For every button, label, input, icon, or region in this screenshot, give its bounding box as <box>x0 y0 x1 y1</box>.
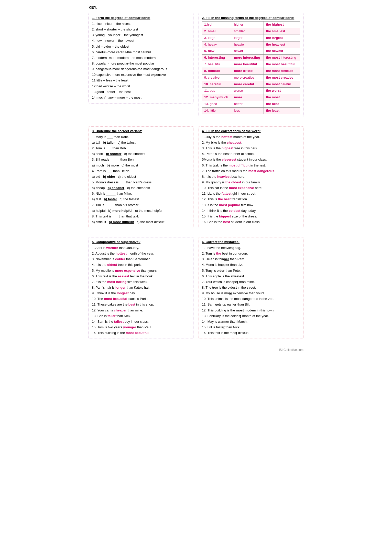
s5-l14: 14. Sam is the tallest boy in our class. <box>92 319 190 324</box>
s4-l16: 16. Bob is the best student in our class… <box>202 219 300 225</box>
s3-l7: 4. Pam is ___ than Helen. <box>92 169 190 174</box>
s6-l4: 4. Mona is happier than Liz. <box>202 262 300 267</box>
s3-l11: 6. Nick is _____ than Mike. <box>92 191 190 196</box>
key-title: KEY: <box>89 5 303 9</box>
section1-line6: 6. careful -more careful-the most carefu… <box>92 50 190 55</box>
s5-l6: 6. This text is the easiest text in the … <box>92 274 190 279</box>
s5-l13: 13. Bob is taller than Nick. <box>92 313 190 319</box>
comparison-table: 1.high higher the highest 2. small small… <box>202 21 300 114</box>
s5-l16: 16. This building is the most beautiful. <box>92 330 190 336</box>
section1-title: 1. Form the degrees of comparisons: <box>92 16 190 20</box>
s3-l3: 2. Tom is ___ than Bob. <box>92 146 190 151</box>
s5-l15: 15. Tom is two years younger than Paul. <box>92 325 190 330</box>
s5-l1: 1. April is warmer than January. <box>92 245 190 250</box>
section1-line1: 1. nice – nicer – the nicest <box>92 21 190 26</box>
section5-title: 5. Comparative or superlative? <box>92 240 190 244</box>
s4-l3: 3. This is the highest tree in this park… <box>202 146 300 151</box>
s5-l7: 7. It is the most boring film this week. <box>92 279 190 285</box>
s6-l1: 1. I have the heaviest bag. <box>202 245 300 250</box>
section1-line5: 5. old – older – the oldest <box>92 44 190 49</box>
section1-line13: 13.good –better – the best <box>92 89 190 95</box>
s4-l7: 7. The traffic on this road is the most … <box>202 169 300 174</box>
s5-l11: 11. These cakes are the best in this sho… <box>92 302 190 307</box>
s4-l5: 5Mona is the cleverest student in our cl… <box>202 157 300 162</box>
s6-l5: 5. Tony is older than Pete. <box>202 268 300 273</box>
s6-l12: 12. This building is the most modern in … <box>202 308 300 313</box>
section4-title: 4. Fill in the correct form of the word: <box>202 129 300 133</box>
s6-l9: 9. My house is more expensive than yours… <box>202 291 300 296</box>
s3-l13: 7. Tim is _____ than his brother. <box>92 203 190 208</box>
s6-l15: 15. Bill is faster than Nick. <box>202 325 300 330</box>
s6-l10: 10. This animal is the most dangerous in… <box>202 296 300 301</box>
s3-l12: a) fast b) faster c) the fastest <box>92 197 190 202</box>
s4-l4: 4. Peter is the best runner at school. <box>202 151 300 156</box>
section1-line7: 7. modern -more modern -the most modern <box>92 55 190 60</box>
s3-l6: a) much b) more c) the most <box>92 163 190 168</box>
s6-l6: 6. This apple is the sweetest. <box>202 274 300 279</box>
s4-l6: 6. This task is the most difficult in th… <box>202 163 300 168</box>
section1-line2: 2. short – shorter – the shortest <box>92 27 190 32</box>
s3-l5: 3. Bill reads _____ than Ben. <box>92 157 190 162</box>
s4-l15: 15. It is the biggest size of the dress. <box>202 214 300 219</box>
s3-l9: 5. Mona's dress is ___ than Pam's dress. <box>92 180 190 185</box>
s5-l3: 3. November is colder than September. <box>92 257 190 262</box>
watermark: iSLCollective.com <box>89 348 303 352</box>
s3-l1: 1. Mary is ___ than Kate. <box>92 134 190 140</box>
s5-l10: 10. The most beautiful place is Paris. <box>92 296 190 301</box>
section3-title: 3. Underline the correct variant: <box>92 129 190 133</box>
s3-l14: a) helpful b) more helpful c) the most h… <box>92 208 190 213</box>
s5-l9: 9. I think it is the longest day. <box>92 291 190 296</box>
s4-l13: 13. It is the most popular film now. <box>202 203 300 208</box>
section1-line8: 8. popular -more popular-the most popula… <box>92 61 190 66</box>
section1-line4: 4. new – newer – the newest <box>92 38 190 43</box>
s4-l1: 1. July is the hottest month of the year… <box>202 134 300 140</box>
section1-line10: 10.expensive-more expensive-the most exp… <box>92 72 190 77</box>
section2-title: 2. Fill in the missing forms of the degr… <box>202 16 300 20</box>
s4-l2: 2. My bike is the cheapest. <box>202 140 300 145</box>
s6-l13: 13. February is the coldest month of the… <box>202 313 300 319</box>
s5-l2: 2. August is the hottest month of the ye… <box>92 251 190 256</box>
section1-line9: 9. dangerous-more dangerous-the most dan… <box>92 67 190 72</box>
s3-l2: a) tall b) taller c) the tallest <box>92 140 190 145</box>
s6-l11: 11. Sam gets up earlier than Bill. <box>202 302 300 307</box>
s4-l10: 10. This car is the most expensive here. <box>202 185 300 191</box>
s5-l5: 5. My mobile is more expensive than your… <box>92 268 190 273</box>
section1-line14: 14.much/many – more – the most <box>92 95 190 100</box>
s6-l2: 2. Tom is the best in our group. <box>202 251 300 256</box>
section1-line11: 11.little – less – the least <box>92 78 190 83</box>
s5-l12: 12. Your car is cheaper than mine. <box>92 308 190 313</box>
s3-l16: a) difficult b) more difficult c) the mo… <box>92 219 190 225</box>
s3-l10: a) cheap b) cheaper c) the cheapest <box>92 185 190 191</box>
s3-l8: a) old b) older c) the oldest <box>92 174 190 179</box>
s3-l15: 8. This text is ___ than that text. <box>92 214 190 219</box>
s6-l7: 7. Your watch is cheaper than mine. <box>202 279 300 285</box>
s3-l4: a) short b) shorter c) the shortest <box>92 151 190 156</box>
s4-l14: 14. I think it is the coldest day today. <box>202 208 300 213</box>
section1-line3: 3. young – younger – the youngest <box>92 33 190 38</box>
s6-l8: 8. The tree is the oldest in the street. <box>202 285 300 290</box>
s4-l9: 9. My granny is the oldest in our family… <box>202 180 300 185</box>
s5-l4: 4. It is the oldest tree in this park. <box>92 262 190 267</box>
section1-line12: 12.bad -worse – the worst <box>92 84 190 89</box>
s5-l8: 8. Pam's hair is longer than Kate's hair… <box>92 285 190 290</box>
section6-title: 6. Correct the mistakes: <box>202 240 300 244</box>
s4-l8: 8. It is the heaviest box here. <box>202 174 300 179</box>
s6-l14: 14. May is warmer than March. <box>202 319 300 324</box>
s6-l16: 16. This test is the most difficult. <box>202 330 300 336</box>
s4-l11: 11. Liz is the fattest girl in our stree… <box>202 191 300 196</box>
s6-l3: 3. Helen is thinner than Pam. <box>202 257 300 262</box>
s4-l12: 12. This is the best translation. <box>202 197 300 202</box>
